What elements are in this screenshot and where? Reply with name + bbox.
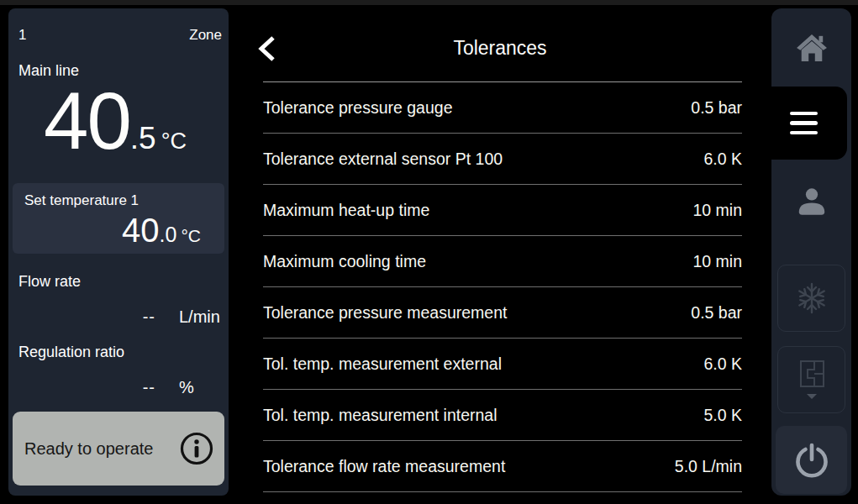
main-temp-decimal: .5 bbox=[130, 121, 156, 155]
user-icon bbox=[796, 186, 828, 218]
status-button[interactable]: Ready to operate bbox=[13, 412, 224, 486]
row-label: Tolerance flow rate measurement bbox=[263, 457, 505, 476]
regulation-ratio-value: -- bbox=[143, 378, 155, 397]
list-item[interactable]: Tol. temp. measurement external 6.0 K bbox=[263, 339, 742, 390]
flow-rate-unit: L/min bbox=[179, 307, 220, 327]
row-label: Tolerance pressure gauge bbox=[263, 98, 452, 118]
row-label: Maximum cooling time bbox=[263, 252, 426, 271]
set-temp-decimal: .0 bbox=[160, 223, 177, 246]
mold-icon bbox=[794, 357, 829, 402]
regulation-ratio-value-row: -- % bbox=[8, 378, 229, 400]
flow-rate-value: -- bbox=[143, 307, 155, 327]
row-label: Tolerance external sensor Pt 100 bbox=[263, 150, 503, 169]
set-temperature-value: 40.0°C bbox=[122, 213, 201, 247]
info-icon[interactable] bbox=[179, 431, 214, 466]
zone-number: 1 bbox=[18, 27, 26, 44]
row-value: 6.0 K bbox=[703, 150, 742, 169]
list-item[interactable]: Tolerance pressure measurement 0.5 bar bbox=[263, 287, 742, 339]
row-value: 5.0 L/min bbox=[675, 457, 742, 476]
tolerance-list: Tolerance pressure gauge 0.5 bar Toleran… bbox=[263, 81, 742, 492]
sidebar-item-mold[interactable] bbox=[777, 346, 845, 413]
zone-header: 1 Zone bbox=[18, 27, 222, 44]
power-icon bbox=[793, 442, 830, 479]
row-value: 5.0 K bbox=[703, 406, 742, 425]
list-item[interactable]: Tolerance external sensor Pt 100 6.0 K bbox=[263, 134, 742, 185]
page-title: Tolerances bbox=[244, 37, 756, 60]
list-item[interactable]: Tol. temp. measurement internal 5.0 K bbox=[263, 390, 742, 441]
sidebar-item-power[interactable] bbox=[776, 426, 847, 494]
row-label: Tolerance pressure measurement bbox=[263, 303, 507, 323]
sidebar-item-menu[interactable] bbox=[761, 87, 847, 160]
set-temp-integer: 40 bbox=[122, 212, 160, 249]
list-item[interactable]: Maximum heat-up time 10 min bbox=[263, 185, 742, 236]
snowflake-icon bbox=[795, 281, 829, 315]
list-item[interactable]: Tolerance pressure gauge 0.5 bar bbox=[263, 82, 742, 134]
zone-panel[interactable]: 1 Zone Main line 40.5°C Set temperature … bbox=[8, 8, 229, 496]
set-temperature-card[interactable]: Set temperature 1 40.0°C bbox=[13, 183, 224, 254]
menu-icon bbox=[790, 112, 818, 116]
regulation-ratio-unit: % bbox=[179, 378, 194, 397]
row-value: 6.0 K bbox=[703, 354, 742, 374]
main-temperature-display: 40.5°C bbox=[8, 81, 222, 161]
window-top-edge bbox=[0, 0, 858, 5]
list-item[interactable]: Maximum cooling time 10 min bbox=[263, 236, 742, 287]
list-item[interactable]: Tolerance flow rate measurement 5.0 L/mi… bbox=[263, 441, 742, 492]
sidebar-item-home[interactable] bbox=[771, 8, 851, 87]
home-icon bbox=[796, 34, 828, 62]
flow-rate-value-row: -- L/min bbox=[8, 307, 229, 329]
regulation-ratio-label: Regulation ratio bbox=[18, 344, 124, 361]
set-temp-unit: °C bbox=[181, 226, 201, 245]
sidebar-item-user[interactable] bbox=[771, 160, 851, 244]
status-label: Ready to operate bbox=[24, 439, 153, 459]
zone-label: Zone bbox=[189, 27, 222, 44]
row-value: 10 min bbox=[692, 201, 742, 220]
row-value: 10 min bbox=[692, 252, 742, 271]
flow-rate-label: Flow rate bbox=[18, 273, 81, 291]
sidebar-nav bbox=[771, 8, 851, 496]
main-temp-integer: 40 bbox=[44, 76, 130, 165]
row-label: Maximum heat-up time bbox=[263, 201, 429, 220]
hmi-screen: 1 Zone Main line 40.5°C Set temperature … bbox=[0, 0, 858, 504]
row-label: Tol. temp. measurement internal bbox=[263, 406, 497, 425]
row-label: Tol. temp. measurement external bbox=[263, 354, 502, 374]
row-value: 0.5 bar bbox=[691, 303, 742, 323]
main-temp-unit: °C bbox=[161, 129, 187, 154]
row-value: 0.5 bar bbox=[691, 98, 742, 118]
sidebar-item-cooling[interactable] bbox=[777, 265, 845, 332]
set-temperature-label: Set temperature 1 bbox=[24, 192, 139, 209]
